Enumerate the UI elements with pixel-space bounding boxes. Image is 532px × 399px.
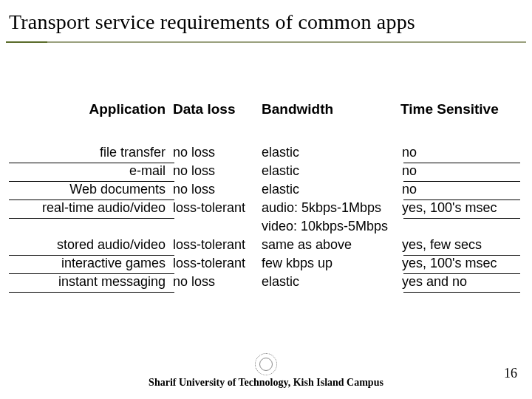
footer-text: Sharif University of Technology, Kish Is… xyxy=(0,377,532,389)
cell-bandwidth: video: 10kbps-5Mbps xyxy=(262,217,402,236)
slide-footer: Sharif University of Technology, Kish Is… xyxy=(0,353,532,389)
col-header-time-sensitive: Time Sensitive xyxy=(400,100,517,118)
cell-bandwidth: elastic xyxy=(262,180,402,199)
cell-time: no xyxy=(402,180,519,199)
col-header-bandwidth: Bandwidth xyxy=(262,100,402,118)
cell-application: stored audio/video xyxy=(7,236,173,254)
cell-application: Web documents xyxy=(7,180,173,199)
table-row: Web documents no loss elastic no xyxy=(7,180,525,199)
cell-bandwidth: elastic xyxy=(262,143,402,162)
table-row: video: 10kbps-5Mbps xyxy=(7,217,525,236)
cell-bandwidth: few kbps up xyxy=(262,254,402,273)
cell-time: yes, 100's msec xyxy=(402,199,519,217)
cell-data-loss: no loss xyxy=(173,180,262,199)
cell-data-loss: no loss xyxy=(173,143,262,162)
table-spacer xyxy=(7,118,525,143)
table-row: file transfer no loss elastic no xyxy=(7,143,525,162)
requirements-table: Application Data loss Bandwidth Time Sen… xyxy=(7,100,525,291)
table-header-row: Application Data loss Bandwidth Time Sen… xyxy=(7,100,525,118)
cell-bandwidth: same as above xyxy=(262,236,402,254)
cell-time: no xyxy=(402,143,519,162)
cell-data-loss: loss-tolerant xyxy=(173,199,262,217)
cell-bandwidth: elastic xyxy=(262,273,402,291)
table-row: e-mail no loss elastic no xyxy=(7,162,525,180)
university-logo-icon xyxy=(255,353,277,375)
col-header-data-loss: Data loss xyxy=(173,100,262,118)
cell-time: yes and no xyxy=(402,273,519,291)
cell-time: yes, 100's msec xyxy=(402,254,519,273)
table-row: stored audio/video loss-tolerant same as… xyxy=(7,236,525,254)
cell-application: instant messaging xyxy=(7,273,173,291)
cell-time: yes, few secs xyxy=(402,236,519,254)
title-underline-accent xyxy=(6,41,47,43)
cell-bandwidth: audio: 5kbps-1Mbps xyxy=(262,199,402,217)
cell-data-loss: loss-tolerant xyxy=(173,254,262,273)
table-row: instant messaging no loss elastic yes an… xyxy=(7,273,525,291)
cell-application: real-time audio/video xyxy=(7,199,173,217)
cell-data-loss: loss-tolerant xyxy=(173,236,262,254)
cell-application: file transfer xyxy=(7,143,173,162)
cell-data-loss: no loss xyxy=(173,273,262,291)
col-header-application: Application xyxy=(7,100,173,118)
title-underline xyxy=(6,41,526,43)
table-row: real-time audio/video loss-tolerant audi… xyxy=(7,199,525,217)
cell-time: no xyxy=(402,162,519,180)
cell-bandwidth: elastic xyxy=(262,162,402,180)
page-number: 16 xyxy=(504,366,517,381)
slide-title: Transport service requirements of common… xyxy=(9,10,415,34)
table-row: interactive games loss-tolerant few kbps… xyxy=(7,254,525,273)
cell-application: e-mail xyxy=(7,162,173,180)
cell-application: interactive games xyxy=(7,254,173,273)
cell-data-loss: no loss xyxy=(173,162,262,180)
